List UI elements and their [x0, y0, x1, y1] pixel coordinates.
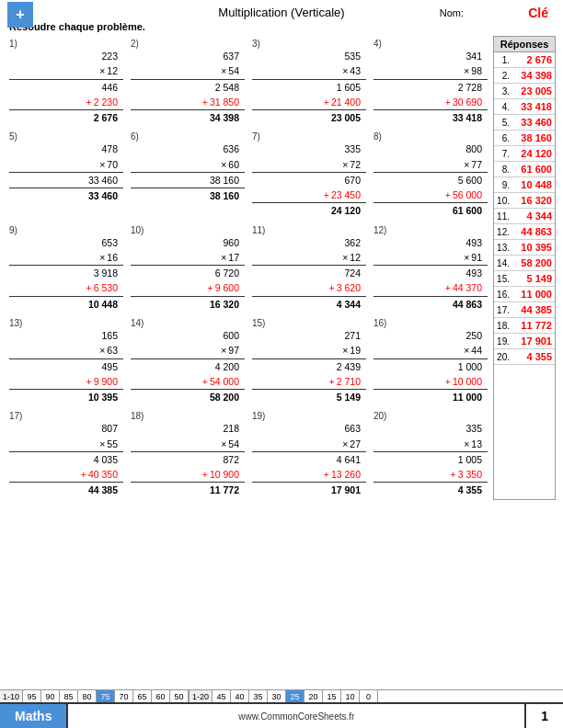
- instruction: Résoudre chaque problème.: [9, 21, 556, 32]
- response-num: 12.: [497, 227, 510, 237]
- prob-result: 10 395: [9, 390, 123, 404]
- response-val: 61 600: [511, 164, 552, 175]
- score-cell: 25: [286, 690, 304, 702]
- prob-p2: +30 690: [373, 95, 488, 110]
- prob-p1: 493: [373, 266, 488, 280]
- prob-b: ×19: [252, 343, 366, 358]
- response-num: 15.: [497, 274, 510, 284]
- problem-8: 8) 800×775 600+56 00061 600: [372, 129, 489, 220]
- prob-b: ×44: [373, 343, 488, 358]
- prob-p2: +31 850: [131, 95, 245, 110]
- prob-p2: +10 000: [373, 374, 488, 390]
- prob-p2: +2 230: [9, 95, 123, 110]
- score-range1: 1-10959085807570656050: [0, 690, 190, 702]
- prob-p1: 4 035: [9, 452, 123, 467]
- response-num: 5.: [497, 118, 510, 128]
- prob-a: 960: [131, 235, 245, 250]
- prob-num-label: 1): [9, 39, 17, 49]
- prob-b: ×77: [373, 157, 488, 173]
- prob-p1: 872: [131, 452, 245, 467]
- problem-1: 1) 223×12446+2 2302 676: [7, 36, 125, 127]
- prob-p2: +2 710: [252, 374, 366, 390]
- prob-num-label: 3): [252, 39, 260, 49]
- response-val: 33 418: [511, 101, 552, 112]
- score-cell: 30: [268, 690, 286, 702]
- prob-p2: +54 000: [131, 374, 245, 390]
- response-item-6: 6.38 160: [494, 131, 555, 146]
- score-cell: 90: [41, 690, 60, 702]
- prob-b: ×27: [252, 437, 366, 452]
- prob-p2: +23 450: [252, 188, 366, 203]
- prob-p1: 6 720: [131, 266, 245, 280]
- response-item-1: 1.2 676: [494, 52, 555, 68]
- prob-num-label: 12): [373, 225, 386, 235]
- prob-result: 11 000: [373, 390, 488, 404]
- response-item-14: 14.58 200: [494, 256, 555, 271]
- prob-p2: +9 900: [9, 374, 123, 390]
- response-num: 11.: [497, 211, 510, 222]
- score-cell: 40: [231, 690, 249, 702]
- prob-result: 44 863: [373, 297, 488, 312]
- prob-num-label: 14): [131, 318, 144, 328]
- score-cell: 45: [213, 690, 231, 702]
- problem-14: 14) 600×974 200+54 00058 200: [129, 315, 247, 406]
- response-item-2: 2.34 398: [494, 68, 555, 84]
- prob-p2: +3 350: [373, 467, 488, 483]
- header: Multiplication (Verticale) Nom: Clé: [7, 6, 556, 19]
- prob-a: 335: [252, 142, 366, 156]
- prob-result: 33 418: [373, 110, 488, 125]
- problem-13: 13) 165×63495+9 90010 395: [7, 315, 125, 406]
- prob-num-label: 6): [131, 131, 139, 142]
- prob-num-label: 18): [131, 411, 144, 421]
- prob-a: 493: [373, 235, 488, 250]
- response-val: 23 005: [511, 85, 552, 97]
- prob-a: 600: [131, 328, 245, 343]
- prob-num-label: 10): [131, 225, 144, 235]
- prob-p1: 495: [9, 359, 123, 374]
- response-num: 7.: [497, 149, 510, 159]
- response-num: 17.: [497, 305, 510, 315]
- prob-num-label: 4): [373, 39, 382, 49]
- prob-a: 800: [373, 142, 488, 156]
- footer: 1-10959085807570656050 1-204540353025201…: [0, 689, 563, 728]
- response-val: 16 320: [511, 195, 552, 206]
- response-val: 5 149: [511, 273, 552, 284]
- prob-b: ×72: [252, 157, 366, 173]
- prob-a: 362: [252, 235, 366, 250]
- response-item-13: 13.10 395: [494, 240, 555, 256]
- response-val: 11 772: [511, 320, 552, 331]
- page-title: Multiplication (Verticale): [7, 6, 556, 19]
- prob-result: 33 460: [9, 188, 123, 203]
- problem-5: 5) 478×7033 46033 460: [7, 129, 125, 220]
- prob-p1: 5 600: [373, 173, 488, 188]
- score-cell: 80: [78, 690, 97, 702]
- prob-result: 5 149: [252, 390, 366, 404]
- problem-20: 20) 335×131 005+3 3504 355: [372, 408, 489, 499]
- prob-p2: +9 600: [131, 280, 245, 296]
- response-num: 1.: [497, 55, 510, 65]
- prob-p2: +10 900: [131, 467, 245, 483]
- score-range2: 1-2045403530252015100: [190, 690, 378, 702]
- prob-num-label: 20): [373, 411, 386, 421]
- response-val: 44 385: [511, 304, 552, 315]
- prob-num-label: 2): [131, 39, 139, 49]
- response-num: 3.: [497, 86, 510, 97]
- problem-11: 11) 362×12724+3 6204 344: [250, 222, 368, 313]
- prob-b: ×98: [373, 63, 488, 79]
- response-num: 4.: [497, 102, 510, 112]
- prob-result: 24 120: [252, 203, 366, 218]
- prob-p1: 2 439: [252, 359, 366, 374]
- response-val: 17 901: [511, 336, 552, 347]
- prob-p1: 3 918: [9, 266, 123, 280]
- prob-p1: 38 160: [131, 173, 245, 188]
- prob-p2: +6 530: [9, 280, 123, 296]
- response-num: 16.: [497, 290, 510, 300]
- prob-a: 637: [131, 49, 245, 63]
- prob-result: 16 320: [131, 297, 245, 312]
- prob-b: ×97: [131, 343, 245, 358]
- score-cell: 10: [341, 690, 360, 702]
- prob-num-label: 13): [9, 318, 22, 328]
- response-num: 13.: [497, 243, 510, 253]
- response-val: 4 355: [511, 351, 552, 362]
- prob-a: 807: [9, 421, 123, 436]
